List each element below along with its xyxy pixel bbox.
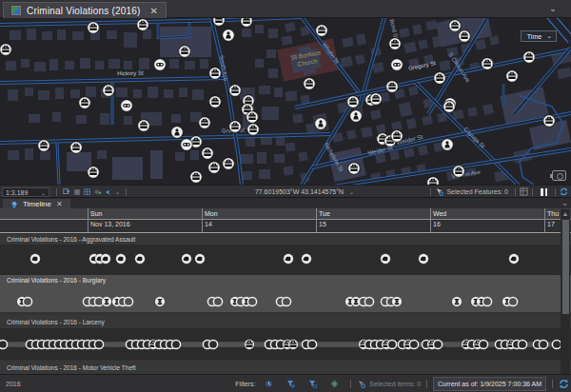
add-bookmark-icon[interactable] bbox=[63, 188, 70, 196]
map-marker-briefcase[interactable] bbox=[213, 18, 226, 26]
map-marker-briefcase[interactable] bbox=[88, 22, 100, 34]
map-marker-briefcase[interactable] bbox=[229, 121, 242, 133]
map-marker-briefcase[interactable] bbox=[246, 111, 259, 124]
map-marker-briefcase[interactable] bbox=[543, 115, 556, 127]
timeline-event-larceny[interactable] bbox=[0, 340, 8, 348]
map-marker-briefcase[interactable] bbox=[103, 85, 115, 97]
timeline-event-larceny[interactable] bbox=[539, 340, 547, 348]
timeline-event-burglary[interactable] bbox=[124, 297, 132, 305]
timeline-event-larceny[interactable] bbox=[94, 340, 103, 348]
map-marker-person[interactable] bbox=[171, 127, 184, 139]
map-marker-mask[interactable] bbox=[121, 100, 133, 112]
timeline-event-larceny[interactable] bbox=[479, 340, 487, 348]
timeline-event-assault[interactable] bbox=[195, 254, 206, 265]
timeline-event-assault[interactable] bbox=[419, 254, 429, 265]
band-track-burglary[interactable] bbox=[0, 285, 571, 312]
scrollbar-thumb[interactable] bbox=[562, 220, 569, 314]
map-marker-briefcase[interactable] bbox=[138, 120, 150, 132]
timeline-event-assault[interactable] bbox=[30, 254, 41, 265]
scrollbar-up-icon[interactable]: ▲ bbox=[561, 209, 570, 219]
timeline-event-larceny[interactable] bbox=[307, 340, 316, 348]
timeline-event-assault[interactable] bbox=[116, 254, 127, 265]
timeline-event-assault[interactable] bbox=[509, 254, 520, 265]
timeline-event-assault[interactable] bbox=[135, 254, 146, 265]
map-marker-person[interactable] bbox=[350, 110, 363, 123]
map-marker-briefcase[interactable] bbox=[179, 46, 191, 58]
filter-selection-icon[interactable] bbox=[308, 380, 317, 388]
timeline-event-burglary[interactable] bbox=[155, 297, 166, 307]
timeline-event-larceny[interactable] bbox=[208, 340, 217, 348]
timeline-event-burglary[interactable] bbox=[452, 297, 463, 307]
timeline-event-assault[interactable] bbox=[101, 254, 111, 265]
map-marker-briefcase[interactable] bbox=[459, 30, 471, 43]
refresh-icon[interactable] bbox=[560, 187, 568, 196]
time-dropdown-button[interactable]: Time ⌄ bbox=[521, 30, 557, 42]
timeline-event-larceny[interactable] bbox=[245, 340, 255, 350]
timeline-event-larceny[interactable] bbox=[518, 340, 526, 348]
map-marker-mask[interactable] bbox=[154, 59, 167, 71]
timeline-event-larceny[interactable] bbox=[433, 340, 442, 348]
map-marker-briefcase[interactable] bbox=[316, 25, 328, 37]
timeline-event-burglary[interactable] bbox=[213, 297, 222, 305]
map-marker-briefcase[interactable] bbox=[209, 68, 222, 80]
map-marker-briefcase[interactable] bbox=[506, 70, 519, 83]
select-features-icon[interactable] bbox=[435, 187, 443, 196]
band-header-larceny[interactable]: Criminal Violations - 2016 - Larceny bbox=[0, 315, 571, 328]
map-marker-briefcase[interactable] bbox=[70, 142, 83, 154]
map-scale-combo[interactable]: 1:3,189 ⌄ bbox=[2, 187, 49, 197]
map-marker-briefcase[interactable] bbox=[223, 158, 235, 170]
timeline-event-burglary[interactable] bbox=[247, 297, 256, 305]
map-marker-briefcase[interactable] bbox=[38, 140, 50, 152]
map-marker-briefcase[interactable] bbox=[443, 101, 456, 113]
map-marker-briefcase[interactable] bbox=[449, 20, 462, 32]
timeline-event-larceny[interactable] bbox=[409, 340, 418, 348]
timeline-event-assault[interactable] bbox=[284, 254, 294, 265]
tab-criminal-violations[interactable]: Criminal Violations (2016) ✕ bbox=[3, 2, 167, 18]
map-marker-briefcase[interactable] bbox=[304, 78, 316, 90]
map-marker-briefcase[interactable] bbox=[386, 81, 399, 93]
timeline-event-burglary[interactable] bbox=[508, 297, 517, 305]
timeline-ruler[interactable]: SunNov 13, 2016Mon14Tue15Wed16Thu17 bbox=[0, 208, 571, 233]
map-marker-briefcase[interactable] bbox=[202, 147, 214, 160]
map-marker-briefcase[interactable] bbox=[88, 167, 100, 179]
timeline-event-larceny[interactable] bbox=[387, 340, 396, 348]
timeline-event-burglary[interactable] bbox=[102, 297, 112, 307]
map-canvas[interactable]: Hickory StGrand StSouth AveWhalin StNich… bbox=[0, 18, 571, 185]
timeline-event-larceny[interactable] bbox=[171, 340, 180, 348]
timeline-event-assault[interactable] bbox=[182, 254, 192, 265]
map-marker-briefcase[interactable] bbox=[229, 85, 242, 97]
attribute-table-icon[interactable] bbox=[520, 187, 528, 196]
map-view[interactable]: Hickory StGrand StSouth AveWhalin StNich… bbox=[0, 18, 571, 185]
timeline-event-burglary[interactable] bbox=[282, 297, 290, 305]
timeline-event-burglary[interactable] bbox=[482, 297, 491, 305]
map-marker-mask[interactable] bbox=[391, 59, 404, 71]
map-marker-briefcase[interactable] bbox=[389, 38, 402, 50]
navigate-icon[interactable] bbox=[105, 188, 112, 196]
timeline-tab-close-icon[interactable]: ✕ bbox=[56, 200, 63, 208]
map-marker-person[interactable] bbox=[442, 139, 454, 151]
map-marker-briefcase[interactable] bbox=[190, 171, 203, 184]
band-header-burglary[interactable]: Criminal Violations - 2016 - Burglary bbox=[0, 275, 571, 285]
filter-extent-icon[interactable] bbox=[286, 380, 295, 388]
tab-close-icon[interactable]: ✕ bbox=[147, 6, 158, 16]
band-track-assault[interactable] bbox=[0, 245, 571, 275]
band-track-larceny[interactable] bbox=[0, 328, 571, 360]
map-marker-person[interactable] bbox=[315, 118, 327, 130]
map-marker-briefcase[interactable] bbox=[137, 19, 149, 31]
timeline-event-larceny[interactable] bbox=[288, 340, 299, 350]
map-marker-briefcase[interactable] bbox=[391, 130, 404, 143]
timeline-event-burglary[interactable] bbox=[392, 297, 403, 307]
map-marker-briefcase[interactable] bbox=[370, 93, 383, 106]
map-marker-briefcase[interactable] bbox=[79, 97, 91, 109]
map-marker-briefcase[interactable] bbox=[208, 162, 221, 174]
map-marker-briefcase[interactable] bbox=[247, 124, 260, 136]
map-marker-briefcase[interactable] bbox=[482, 58, 494, 70]
time-filter-icon[interactable] bbox=[265, 380, 273, 388]
timeline-event-burglary[interactable] bbox=[23, 297, 31, 305]
band-header-mvt[interactable]: Criminal Violations - 2016 - Motor Vehic… bbox=[0, 361, 571, 374]
map-marker-briefcase[interactable] bbox=[241, 18, 253, 27]
map-marker-mask[interactable] bbox=[181, 139, 193, 151]
band-header-assault[interactable]: Criminal Violations - 2016 - Aggravated … bbox=[0, 234, 571, 245]
map-marker-briefcase[interactable] bbox=[427, 177, 440, 185]
panel-chevron-icon[interactable]: ⌄ bbox=[561, 199, 568, 207]
